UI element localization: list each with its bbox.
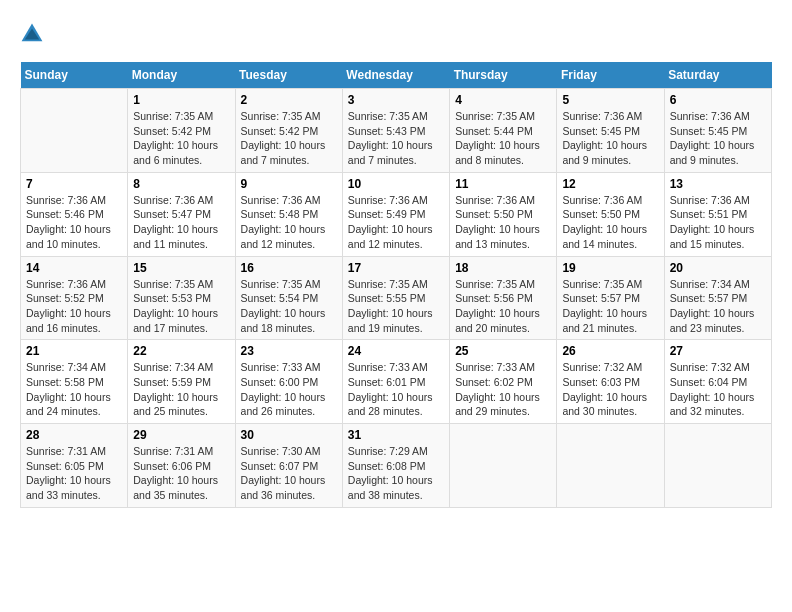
calendar-cell: 29Sunrise: 7:31 AMSunset: 6:06 PMDayligh…: [128, 424, 235, 508]
day-info: Sunrise: 7:35 AMSunset: 5:53 PMDaylight:…: [133, 277, 229, 336]
calendar-cell: 9Sunrise: 7:36 AMSunset: 5:48 PMDaylight…: [235, 172, 342, 256]
column-header-thursday: Thursday: [450, 62, 557, 89]
day-number: 17: [348, 261, 444, 275]
day-number: 12: [562, 177, 658, 191]
day-info: Sunrise: 7:32 AMSunset: 6:04 PMDaylight:…: [670, 360, 766, 419]
day-info: Sunrise: 7:36 AMSunset: 5:45 PMDaylight:…: [562, 109, 658, 168]
day-info: Sunrise: 7:30 AMSunset: 6:07 PMDaylight:…: [241, 444, 337, 503]
week-row-1: 1Sunrise: 7:35 AMSunset: 5:42 PMDaylight…: [21, 89, 772, 173]
day-number: 24: [348, 344, 444, 358]
calendar-table: SundayMondayTuesdayWednesdayThursdayFrid…: [20, 62, 772, 508]
calendar-cell: 2Sunrise: 7:35 AMSunset: 5:42 PMDaylight…: [235, 89, 342, 173]
day-number: 31: [348, 428, 444, 442]
calendar-cell: 13Sunrise: 7:36 AMSunset: 5:51 PMDayligh…: [664, 172, 771, 256]
day-info: Sunrise: 7:35 AMSunset: 5:42 PMDaylight:…: [241, 109, 337, 168]
day-info: Sunrise: 7:35 AMSunset: 5:57 PMDaylight:…: [562, 277, 658, 336]
column-header-monday: Monday: [128, 62, 235, 89]
day-info: Sunrise: 7:36 AMSunset: 5:52 PMDaylight:…: [26, 277, 122, 336]
calendar-cell: 3Sunrise: 7:35 AMSunset: 5:43 PMDaylight…: [342, 89, 449, 173]
day-info: Sunrise: 7:31 AMSunset: 6:06 PMDaylight:…: [133, 444, 229, 503]
day-number: 7: [26, 177, 122, 191]
day-info: Sunrise: 7:35 AMSunset: 5:56 PMDaylight:…: [455, 277, 551, 336]
day-number: 11: [455, 177, 551, 191]
calendar-cell: 7Sunrise: 7:36 AMSunset: 5:46 PMDaylight…: [21, 172, 128, 256]
column-header-saturday: Saturday: [664, 62, 771, 89]
day-info: Sunrise: 7:36 AMSunset: 5:46 PMDaylight:…: [26, 193, 122, 252]
week-row-2: 7Sunrise: 7:36 AMSunset: 5:46 PMDaylight…: [21, 172, 772, 256]
day-info: Sunrise: 7:36 AMSunset: 5:50 PMDaylight:…: [455, 193, 551, 252]
calendar-cell: [557, 424, 664, 508]
calendar-cell: 27Sunrise: 7:32 AMSunset: 6:04 PMDayligh…: [664, 340, 771, 424]
week-row-5: 28Sunrise: 7:31 AMSunset: 6:05 PMDayligh…: [21, 424, 772, 508]
day-info: Sunrise: 7:36 AMSunset: 5:49 PMDaylight:…: [348, 193, 444, 252]
day-number: 16: [241, 261, 337, 275]
day-number: 8: [133, 177, 229, 191]
day-number: 3: [348, 93, 444, 107]
day-number: 30: [241, 428, 337, 442]
day-number: 4: [455, 93, 551, 107]
week-row-3: 14Sunrise: 7:36 AMSunset: 5:52 PMDayligh…: [21, 256, 772, 340]
day-number: 21: [26, 344, 122, 358]
day-info: Sunrise: 7:36 AMSunset: 5:48 PMDaylight:…: [241, 193, 337, 252]
calendar-cell: 8Sunrise: 7:36 AMSunset: 5:47 PMDaylight…: [128, 172, 235, 256]
day-number: 19: [562, 261, 658, 275]
day-info: Sunrise: 7:29 AMSunset: 6:08 PMDaylight:…: [348, 444, 444, 503]
calendar-cell: 24Sunrise: 7:33 AMSunset: 6:01 PMDayligh…: [342, 340, 449, 424]
day-number: 25: [455, 344, 551, 358]
calendar-cell: 12Sunrise: 7:36 AMSunset: 5:50 PMDayligh…: [557, 172, 664, 256]
calendar-cell: 23Sunrise: 7:33 AMSunset: 6:00 PMDayligh…: [235, 340, 342, 424]
calendar-cell: 4Sunrise: 7:35 AMSunset: 5:44 PMDaylight…: [450, 89, 557, 173]
day-info: Sunrise: 7:36 AMSunset: 5:45 PMDaylight:…: [670, 109, 766, 168]
calendar-cell: 26Sunrise: 7:32 AMSunset: 6:03 PMDayligh…: [557, 340, 664, 424]
day-number: 15: [133, 261, 229, 275]
day-info: Sunrise: 7:35 AMSunset: 5:54 PMDaylight:…: [241, 277, 337, 336]
day-number: 10: [348, 177, 444, 191]
calendar-cell: 31Sunrise: 7:29 AMSunset: 6:08 PMDayligh…: [342, 424, 449, 508]
calendar-cell: 20Sunrise: 7:34 AMSunset: 5:57 PMDayligh…: [664, 256, 771, 340]
day-info: Sunrise: 7:36 AMSunset: 5:47 PMDaylight:…: [133, 193, 229, 252]
day-number: 13: [670, 177, 766, 191]
day-number: 27: [670, 344, 766, 358]
calendar-cell: 14Sunrise: 7:36 AMSunset: 5:52 PMDayligh…: [21, 256, 128, 340]
day-info: Sunrise: 7:35 AMSunset: 5:43 PMDaylight:…: [348, 109, 444, 168]
day-info: Sunrise: 7:31 AMSunset: 6:05 PMDaylight:…: [26, 444, 122, 503]
logo-icon: [20, 22, 44, 46]
day-number: 28: [26, 428, 122, 442]
calendar-cell: 21Sunrise: 7:34 AMSunset: 5:58 PMDayligh…: [21, 340, 128, 424]
calendar-cell: 1Sunrise: 7:35 AMSunset: 5:42 PMDaylight…: [128, 89, 235, 173]
day-number: 29: [133, 428, 229, 442]
calendar-cell: 25Sunrise: 7:33 AMSunset: 6:02 PMDayligh…: [450, 340, 557, 424]
week-row-4: 21Sunrise: 7:34 AMSunset: 5:58 PMDayligh…: [21, 340, 772, 424]
calendar-cell: 18Sunrise: 7:35 AMSunset: 5:56 PMDayligh…: [450, 256, 557, 340]
calendar-cell: 15Sunrise: 7:35 AMSunset: 5:53 PMDayligh…: [128, 256, 235, 340]
day-info: Sunrise: 7:33 AMSunset: 6:00 PMDaylight:…: [241, 360, 337, 419]
logo: [20, 20, 48, 46]
column-header-sunday: Sunday: [21, 62, 128, 89]
day-number: 22: [133, 344, 229, 358]
calendar-cell: [21, 89, 128, 173]
calendar-cell: [664, 424, 771, 508]
day-info: Sunrise: 7:34 AMSunset: 5:59 PMDaylight:…: [133, 360, 229, 419]
day-info: Sunrise: 7:32 AMSunset: 6:03 PMDaylight:…: [562, 360, 658, 419]
calendar-cell: 17Sunrise: 7:35 AMSunset: 5:55 PMDayligh…: [342, 256, 449, 340]
day-info: Sunrise: 7:34 AMSunset: 5:57 PMDaylight:…: [670, 277, 766, 336]
day-number: 6: [670, 93, 766, 107]
day-number: 9: [241, 177, 337, 191]
column-header-tuesday: Tuesday: [235, 62, 342, 89]
day-info: Sunrise: 7:33 AMSunset: 6:02 PMDaylight:…: [455, 360, 551, 419]
day-number: 2: [241, 93, 337, 107]
page-header: [20, 20, 772, 46]
calendar-cell: 11Sunrise: 7:36 AMSunset: 5:50 PMDayligh…: [450, 172, 557, 256]
calendar-cell: 30Sunrise: 7:30 AMSunset: 6:07 PMDayligh…: [235, 424, 342, 508]
day-info: Sunrise: 7:36 AMSunset: 5:51 PMDaylight:…: [670, 193, 766, 252]
day-info: Sunrise: 7:33 AMSunset: 6:01 PMDaylight:…: [348, 360, 444, 419]
day-number: 1: [133, 93, 229, 107]
day-number: 18: [455, 261, 551, 275]
day-number: 5: [562, 93, 658, 107]
calendar-cell: [450, 424, 557, 508]
calendar-cell: 5Sunrise: 7:36 AMSunset: 5:45 PMDaylight…: [557, 89, 664, 173]
column-header-friday: Friday: [557, 62, 664, 89]
day-info: Sunrise: 7:35 AMSunset: 5:44 PMDaylight:…: [455, 109, 551, 168]
calendar-cell: 28Sunrise: 7:31 AMSunset: 6:05 PMDayligh…: [21, 424, 128, 508]
calendar-cell: 19Sunrise: 7:35 AMSunset: 5:57 PMDayligh…: [557, 256, 664, 340]
